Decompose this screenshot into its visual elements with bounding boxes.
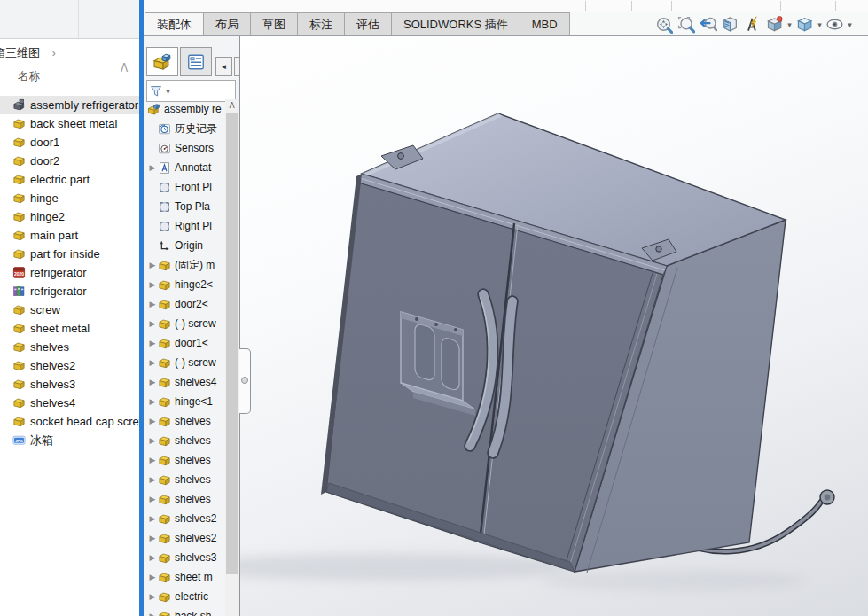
tree-node[interactable]: ▶shelves2 bbox=[144, 509, 226, 528]
view-orientation-icon[interactable] bbox=[794, 14, 816, 35]
expand-arrow-icon[interactable]: ▶ bbox=[147, 339, 158, 347]
design-tree-tab[interactable] bbox=[146, 47, 178, 76]
expand-arrow-icon[interactable]: ▶ bbox=[147, 417, 158, 425]
zoom-to-fit-icon[interactable] bbox=[653, 14, 675, 35]
file-row[interactable]: electric part bbox=[0, 170, 139, 189]
tree-node[interactable]: ▶shelves bbox=[144, 450, 226, 470]
expand-arrow-icon[interactable]: ▶ bbox=[147, 358, 158, 367]
tree-node[interactable]: Sensors bbox=[144, 138, 226, 158]
file-row[interactable]: part for inside bbox=[0, 245, 139, 263]
tree-node[interactable]: ▶door1< bbox=[144, 333, 226, 353]
file-row[interactable]: shelves2 bbox=[0, 356, 139, 375]
file-row[interactable]: refrigerator bbox=[0, 282, 139, 300]
ribbon-tab-2[interactable]: 布局 bbox=[203, 12, 251, 35]
name-column-label[interactable]: 名称 bbox=[18, 69, 40, 84]
graphics-viewport[interactable] bbox=[144, 35, 868, 616]
tree-node[interactable]: Top Pla bbox=[144, 197, 226, 216]
tree-node[interactable]: ▶Annotat bbox=[144, 158, 226, 177]
scroll-up-icon[interactable]: ᐱ bbox=[225, 99, 239, 113]
tree-node[interactable]: 历史记录 bbox=[144, 119, 226, 138]
file-row[interactable]: assembly refrigerator bbox=[0, 96, 139, 114]
expand-arrow-icon[interactable]: ▶ bbox=[147, 163, 158, 172]
chevron-down-icon[interactable]: ▾ bbox=[164, 87, 172, 96]
tree-node[interactable]: ▶hinge2< bbox=[144, 275, 226, 294]
expand-arrow-icon[interactable]: ▶ bbox=[147, 553, 158, 562]
scrollbar-thumb[interactable] bbox=[226, 113, 238, 574]
tree-node[interactable]: ▶(-) screw bbox=[144, 353, 226, 372]
ribbon-tab-1[interactable]: 装配体 bbox=[145, 12, 204, 35]
file-row[interactable]: screw bbox=[0, 300, 139, 319]
previous-view-icon[interactable] bbox=[697, 14, 719, 35]
file-row[interactable]: main part bbox=[0, 226, 139, 245]
file-row[interactable]: JPG冰箱 bbox=[0, 431, 139, 449]
tree-node[interactable]: ▶(固定) m bbox=[144, 255, 226, 275]
dynamic-annotation-icon[interactable] bbox=[741, 14, 763, 35]
chevron-down-icon[interactable]: ▾ bbox=[846, 20, 854, 29]
expand-arrow-icon[interactable]: ▶ bbox=[147, 397, 158, 406]
file-row[interactable]: shelves bbox=[0, 338, 139, 356]
tree-node[interactable]: ▶shelves3 bbox=[144, 548, 226, 567]
refrigerator-model[interactable] bbox=[144, 35, 868, 616]
file-row[interactable]: back sheet metal bbox=[0, 114, 139, 133]
tree-node[interactable]: Front Pl bbox=[144, 177, 226, 197]
file-row[interactable]: door2 bbox=[0, 152, 139, 170]
breadcrumb-text[interactable]: 箱三维图 bbox=[0, 43, 40, 64]
expand-arrow-icon[interactable]: ▶ bbox=[147, 378, 158, 386]
expand-arrow-icon[interactable]: ▶ bbox=[147, 280, 158, 289]
file-row[interactable]: door1 bbox=[0, 133, 139, 152]
expand-arrow-icon[interactable]: ▶ bbox=[147, 592, 158, 601]
expand-arrow-icon[interactable]: ▶ bbox=[147, 261, 158, 269]
file-row[interactable]: shelves3 bbox=[0, 375, 139, 394]
tree-node[interactable]: ▶hinge<1 bbox=[144, 392, 226, 411]
file-row[interactable]: sheet metal bbox=[0, 319, 139, 338]
ribbon-tab-7[interactable]: MBD bbox=[520, 12, 570, 35]
expand-arrow-icon[interactable]: ▶ bbox=[147, 612, 158, 616]
ribbon-tab-6[interactable]: SOLIDWORKS 插件 bbox=[391, 12, 520, 35]
file-row[interactable]: 2020refrigerator bbox=[0, 263, 139, 282]
edit-appearance-icon[interactable] bbox=[763, 14, 786, 35]
tree-node[interactable]: ▶door2< bbox=[144, 294, 226, 314]
expand-arrow-icon[interactable]: ▶ bbox=[147, 534, 158, 542]
expand-arrow-icon[interactable]: ▶ bbox=[147, 436, 158, 445]
tree-node[interactable]: ▶shelves bbox=[144, 470, 226, 489]
expand-arrow-icon[interactable]: ▶ bbox=[147, 514, 158, 523]
tree-node[interactable]: Origin bbox=[144, 236, 226, 255]
expand-arrow-icon[interactable]: ▶ bbox=[147, 319, 158, 328]
tree-node[interactable]: Right Pl bbox=[144, 216, 226, 236]
tree-node[interactable]: assembly re bbox=[144, 99, 226, 119]
tab-scroll-right-button[interactable]: ► bbox=[234, 57, 240, 76]
panel-splitter-handle[interactable] bbox=[239, 348, 251, 414]
chevron-down-icon[interactable]: ▾ bbox=[786, 20, 794, 29]
section-view-icon[interactable] bbox=[719, 14, 741, 35]
ribbon-tab-3[interactable]: 草图 bbox=[250, 12, 298, 35]
file-row[interactable]: socket head cap screw bbox=[0, 412, 139, 431]
filter-funnel-icon[interactable] bbox=[149, 84, 163, 98]
expand-arrow-icon[interactable]: ▶ bbox=[147, 495, 158, 503]
tree-node[interactable]: ▶shelves bbox=[144, 431, 226, 450]
tree-node[interactable]: ▶shelves bbox=[144, 411, 226, 431]
expand-arrow-icon[interactable]: ▶ bbox=[147, 475, 158, 484]
tree-node[interactable]: ▶back sh bbox=[144, 606, 226, 616]
file-row[interactable]: hinge bbox=[0, 189, 139, 207]
tree-node[interactable]: ▶shelves2 bbox=[144, 528, 226, 548]
expand-arrow-icon[interactable]: ▶ bbox=[147, 573, 158, 581]
tree-node[interactable]: ▶electric bbox=[144, 587, 226, 606]
property-manager-tab[interactable] bbox=[180, 47, 212, 76]
tree-node[interactable]: ▶shelves4 bbox=[144, 372, 226, 392]
sort-ascending-icon[interactable]: ᐱ bbox=[121, 62, 128, 74]
ribbon-tab-5[interactable]: 评估 bbox=[344, 12, 392, 35]
breadcrumb[interactable]: 箱三维图 › bbox=[0, 43, 139, 64]
tree-node[interactable]: ▶sheet m bbox=[144, 567, 226, 587]
tree-scrollbar[interactable]: ᐱ bbox=[225, 99, 239, 616]
expand-arrow-icon[interactable]: ▶ bbox=[147, 300, 158, 308]
file-row[interactable]: hinge2 bbox=[0, 207, 139, 226]
ribbon-tab-4[interactable]: 标注 bbox=[297, 12, 345, 35]
tree-node[interactable]: ▶shelves bbox=[144, 489, 226, 509]
zoom-to-area-icon[interactable] bbox=[675, 14, 697, 35]
list-column-header[interactable]: 名称 ᐱ bbox=[0, 66, 139, 87]
chevron-down-icon[interactable]: ▾ bbox=[816, 20, 824, 29]
display-style-icon[interactable] bbox=[824, 14, 846, 35]
file-row[interactable]: shelves4 bbox=[0, 394, 139, 412]
tab-scroll-left-button[interactable]: ◄ bbox=[215, 57, 232, 76]
expand-arrow-icon[interactable]: ▶ bbox=[147, 456, 158, 464]
